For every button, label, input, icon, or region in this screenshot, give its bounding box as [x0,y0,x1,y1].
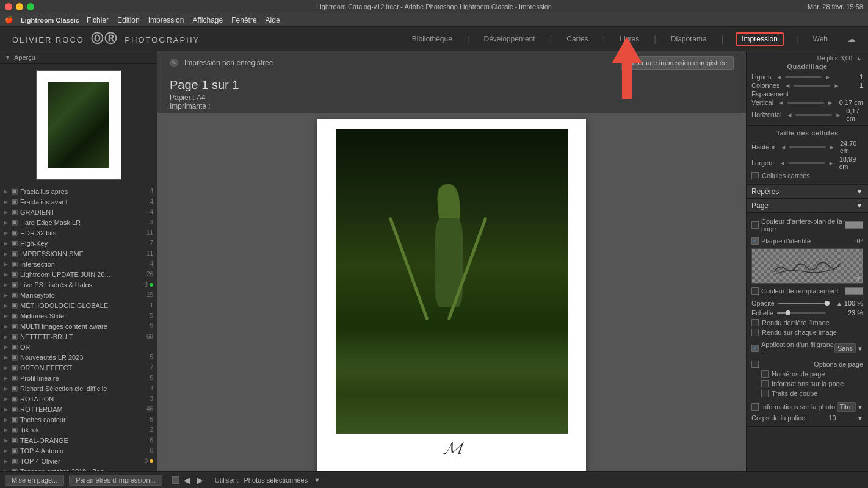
render-behind-checkbox[interactable] [751,319,759,326]
opacity-thumb[interactable] [825,301,830,306]
menu-fichier[interactable]: Fichier [87,16,109,24]
bg-color-swatch[interactable] [845,221,863,229]
list-item[interactable]: ▶ ▣ TOP 4 Antonio 0 [0,445,157,456]
filigrane-checkbox[interactable] [751,345,759,352]
cellules-carrees-checkbox[interactable] [751,172,759,179]
largeur-slider[interactable]: ◄ ► [778,160,836,167]
opacity-slider-container[interactable] [778,303,833,304]
opacity-up[interactable]: ▲ [836,300,842,307]
hauteur-slider[interactable]: ◄ ► [779,144,836,151]
prev-page-button[interactable]: ◀ [182,475,192,485]
replace-color-swatch[interactable] [845,287,863,295]
font-dropdown[interactable]: ▼ [857,415,863,422]
list-item[interactable]: ▶ ▣ Live PS Lisérés & Halos 8 [0,279,157,290]
identity-plate-preview[interactable]: ▼ [751,248,863,284]
identity-plate-checkbox[interactable] [751,237,759,245]
page-info-checkbox[interactable] [761,380,769,387]
filigrane-select[interactable]: Sans [834,343,856,353]
replace-color-checkbox[interactable] [751,287,759,295]
list-item[interactable]: ▶ ▣ MÉTHODOLOGIE GLOBALE 1 [0,300,157,310]
lignes-slider[interactable]: ◄ ► [775,74,855,81]
parametres-impression-button[interactable]: Paramètres d'impression... [69,475,162,486]
list-item[interactable]: ▶ ▣ GRADIENT 4 [0,207,157,217]
trim-checkbox[interactable] [761,390,769,397]
menu-aide[interactable]: Aide [266,16,280,24]
vertical-slider[interactable]: ◄ ► [777,99,836,106]
bg-color-checkbox[interactable] [751,221,759,229]
menu-affichage[interactable]: Affichage [192,16,223,24]
reperes-header[interactable]: Repères ▼ [747,185,868,199]
echelle-track[interactable] [777,312,826,314]
photo-info-checkbox[interactable] [751,403,759,411]
list-item[interactable]: ▶ ▣ TikTok 2 [0,425,157,435]
haut-slider-track[interactable] [789,146,826,148]
list-item[interactable]: ▶ ▣ TOP 4 Olivier 0 [0,456,157,466]
window-controls[interactable] [5,3,34,10]
filigrane-dropdown[interactable]: ▼ [857,345,863,352]
vert-slider-track[interactable] [787,102,824,104]
colonnes-slider[interactable]: ◄ ► [783,82,855,89]
colonnes-slider-track[interactable] [794,85,830,87]
echelle-slider-container[interactable] [777,312,844,314]
adjust-up[interactable]: ▲ [855,55,863,62]
list-item[interactable]: ▶ ▣ Mankeyfoto 15 [0,290,157,300]
list-item[interactable]: ▶ ▣ TEAL-ORANGE 6 [0,435,157,445]
list-item[interactable]: ▶ ▣ Profil linéaire 5 [0,373,157,383]
mise-en-page-button[interactable]: Mise en page... [5,475,64,486]
haut-decrease[interactable]: ◄ [779,144,787,151]
vert-decrease[interactable]: ◄ [777,99,786,106]
render-each-checkbox[interactable] [751,329,759,336]
opacity-track[interactable] [778,303,827,304]
module-developpement[interactable]: Développement [482,34,538,45]
list-item[interactable]: ▶ ▣ Midtones Slider 5 [0,310,157,321]
list-item[interactable]: ▶ ▣ Richard Sélection ciel difficile 4 [0,383,157,393]
minimize-button[interactable] [16,3,23,10]
module-livres[interactable]: Livres [617,34,642,45]
larg-increase[interactable]: ► [827,160,836,167]
col-decrease[interactable]: ◄ [783,82,792,89]
list-item[interactable]: ▶ ▣ ROTTERDAM 46 [0,404,157,414]
horiz-decrease[interactable]: ◄ [786,112,794,118]
list-item[interactable]: ▶ ▣ Fractalius avant 4 [0,196,157,207]
close-button[interactable] [5,3,12,10]
module-cartes[interactable]: Cartes [564,34,590,45]
list-item[interactable]: ▶ ▣ Toscane octobre 2019 - Bac... [0,466,157,471]
next-page-button[interactable]: ▶ [195,475,205,485]
list-item[interactable]: ▶ ▣ HDR 32 bits 11 [0,228,157,238]
list-item[interactable]: ▶ ▣ NETTETE-BRUIT 68 [0,331,157,342]
list-item[interactable]: ▶ ▣ MULTI images content aware 9 [0,321,157,331]
menu-edition[interactable]: Edition [117,16,140,24]
col-increase[interactable]: ► [832,82,841,89]
vert-increase[interactable]: ► [826,99,834,106]
list-item[interactable]: ▶ ▣ Nouveautés LR 2023 5 [0,352,157,362]
module-diaporama[interactable]: Diaporama [668,34,709,45]
larg-decrease[interactable]: ◄ [778,160,787,167]
list-item[interactable]: ▶ ▣ Intersection 4 [0,259,157,269]
list-item[interactable]: ▶ ▣ ORTON EFFECT 7 [0,362,157,373]
list-item[interactable]: ▶ ▣ Lightroom UPDATE JUIN 20... 26 [0,269,157,279]
list-item[interactable]: ▶ ▣ ROTATION 3 [0,393,157,404]
module-web[interactable]: Web [811,34,830,45]
page-nums-checkbox[interactable] [761,370,769,378]
list-item[interactable]: ▶ ▣ IMPRESSIONNISME 11 [0,248,157,259]
list-item[interactable]: ▶ ▣ Taches capteur 5 [0,414,157,425]
horizontal-slider[interactable]: ◄ ► [786,112,843,118]
larg-slider-track[interactable] [789,162,825,164]
echelle-thumb[interactable] [786,310,790,315]
photo-info-select[interactable]: Titre [837,402,856,412]
use-dropdown[interactable]: ▼ [314,476,320,484]
lignes-decrease[interactable]: ◄ [775,74,783,81]
create-print-button[interactable]: Créer une impression enregistrée [621,56,734,70]
menu-fenetre[interactable]: Fenêtre [231,16,256,24]
maximize-button[interactable] [27,3,34,10]
options-page-checkbox[interactable] [751,361,759,368]
lignes-slider-track[interactable] [785,76,822,78]
list-item[interactable]: ▶ ▣ High-Key 7 [0,238,157,248]
module-bibliotheque[interactable]: Bibliothèque [410,34,455,45]
lignes-increase[interactable]: ► [823,74,832,81]
list-item[interactable]: ▶ ▣ OR [0,342,157,352]
list-item[interactable]: ▶ ▣ Hard Edge Mask LR 3 [0,217,157,228]
list-item[interactable]: ▶ ▣ Fractalius apres 4 [0,186,157,196]
module-impression[interactable]: Impression [736,32,784,46]
horiz-slider-track[interactable] [795,114,832,116]
